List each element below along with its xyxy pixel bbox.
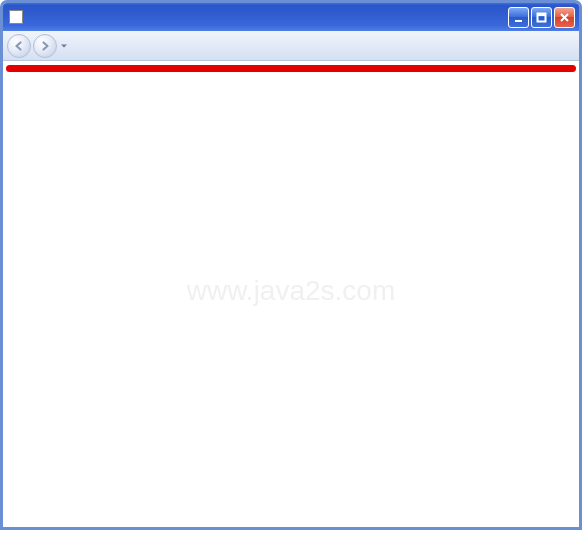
window-controls [508, 7, 575, 28]
close-icon [558, 11, 571, 24]
chevron-down-icon [60, 42, 68, 50]
title-left [9, 10, 27, 24]
close-button[interactable] [554, 7, 575, 28]
watermark-text: www.java2s.com [187, 275, 396, 307]
nav-toolbar [3, 31, 579, 61]
content-area: www.java2s.com [3, 61, 579, 527]
nav-dropdown[interactable] [59, 34, 69, 58]
maximize-button[interactable] [531, 7, 552, 28]
app-window: www.java2s.com [0, 0, 582, 530]
minimize-icon [512, 11, 525, 24]
back-button[interactable] [7, 34, 31, 58]
forward-button[interactable] [33, 34, 57, 58]
arrow-left-icon [13, 40, 25, 52]
app-icon [9, 10, 23, 24]
titlebar[interactable] [3, 3, 579, 31]
minimize-button[interactable] [508, 7, 529, 28]
arrow-right-icon [39, 40, 51, 52]
maximize-icon [535, 11, 548, 24]
red-bar [6, 65, 576, 72]
